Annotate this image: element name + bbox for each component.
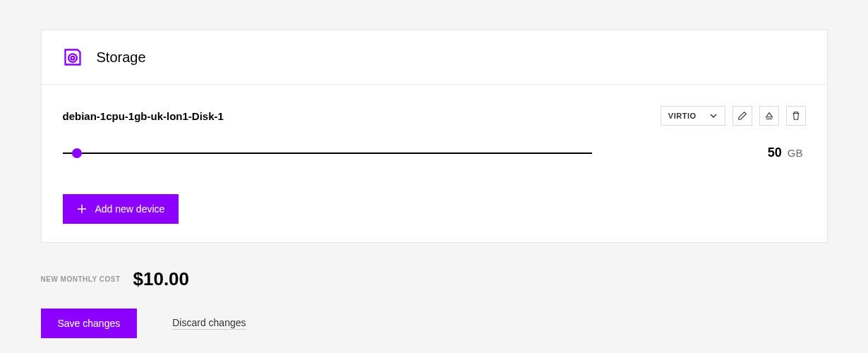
- cost-row: NEW MONTHLY COST $10.00: [41, 268, 828, 290]
- plus-icon: [77, 204, 87, 214]
- add-device-button[interactable]: Add new device: [63, 194, 179, 224]
- disk-name: debian-1cpu-1gb-uk-lon1-Disk-1: [63, 110, 224, 122]
- footer: NEW MONTHLY COST $10.00 Save changes Dis…: [41, 243, 828, 338]
- size-display: 50 GB: [768, 145, 806, 160]
- chevron-down-icon: [709, 112, 718, 120]
- disk-controls: VIRTIO: [661, 106, 806, 126]
- bus-type-value: VIRTIO: [668, 112, 697, 120]
- disk-header-row: debian-1cpu-1gb-uk-lon1-Disk-1 VIRTIO: [63, 106, 806, 126]
- pencil-icon: [737, 111, 747, 121]
- cost-label: NEW MONTHLY COST: [41, 275, 121, 283]
- storage-card: Storage debian-1cpu-1gb-uk-lon1-Disk-1 V…: [41, 30, 828, 243]
- slider-thumb[interactable]: [72, 148, 82, 158]
- action-row: Save changes Discard changes: [41, 309, 828, 338]
- edit-button[interactable]: [733, 106, 752, 126]
- storage-icon: [63, 47, 83, 67]
- section-title: Storage: [97, 49, 146, 66]
- eject-icon: [764, 111, 774, 121]
- svg-point-1: [71, 56, 74, 60]
- svg-point-0: [68, 54, 77, 62]
- size-value: 50: [768, 145, 782, 160]
- disk-size-slider[interactable]: [63, 152, 592, 154]
- size-unit: GB: [788, 147, 803, 159]
- trash-icon: [791, 111, 801, 121]
- add-device-label: Add new device: [95, 203, 165, 215]
- bus-type-select[interactable]: VIRTIO: [661, 106, 725, 126]
- card-body: debian-1cpu-1gb-uk-lon1-Disk-1 VIRTIO: [42, 85, 827, 242]
- slider-row: 50 GB: [63, 145, 806, 160]
- card-header: Storage: [42, 30, 827, 85]
- save-button[interactable]: Save changes: [41, 309, 138, 338]
- discard-link[interactable]: Discard changes: [172, 317, 246, 330]
- cost-value: $10.00: [133, 268, 190, 290]
- eject-button[interactable]: [759, 106, 779, 126]
- delete-button[interactable]: [786, 106, 806, 126]
